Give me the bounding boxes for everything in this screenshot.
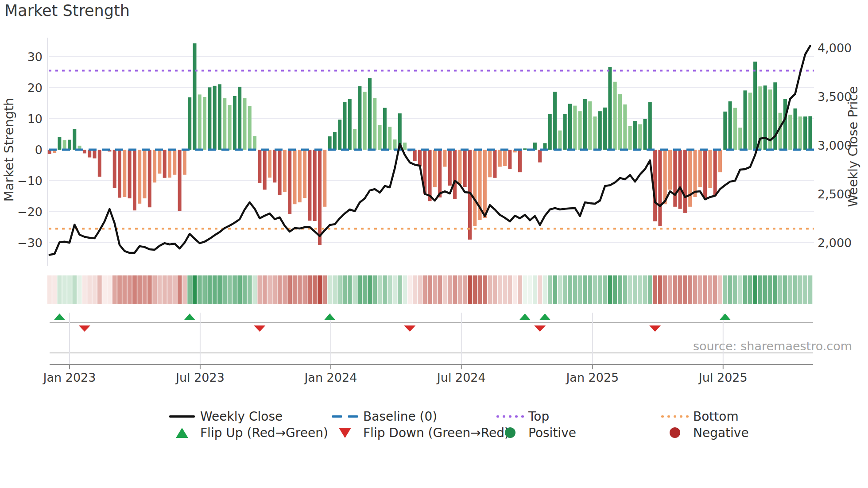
strength-bar [243, 98, 247, 150]
strength-bar [248, 106, 252, 150]
strength-bar [388, 127, 391, 150]
heatmap-cell [638, 275, 642, 304]
heatmap-cell [313, 275, 317, 304]
heatmap-cell [102, 275, 107, 304]
heatmap-cell [688, 275, 692, 304]
heatmap-cell [613, 275, 617, 304]
strength-bar [578, 111, 582, 150]
heatmap-cell [743, 275, 748, 304]
bottom-dotted-icon [657, 415, 693, 418]
strength-bar [773, 82, 777, 150]
legend-item-baseline: Baseline (0) [327, 408, 437, 425]
heatmap-cell [228, 275, 232, 304]
strength-bar [203, 97, 206, 150]
heatmap-cell [658, 275, 663, 304]
strength-bar [218, 84, 221, 150]
strength-bar [643, 119, 647, 150]
strength-bar [133, 150, 136, 210]
strength-bar [718, 150, 722, 172]
heatmap-cell [248, 275, 252, 304]
strength-bar [744, 90, 747, 150]
heatmap-cell [483, 275, 487, 304]
heatmap-cell [97, 275, 102, 304]
right-tick-label: 2,000 [818, 236, 852, 250]
strength-bar [723, 112, 727, 150]
strength-bar [393, 139, 397, 150]
heatmap-cell [243, 275, 247, 304]
strength-bar [678, 150, 682, 209]
strength-bar [523, 148, 527, 150]
heatmap-cell [673, 275, 677, 304]
heatmap-cell [708, 275, 713, 304]
strength-bar [128, 150, 132, 198]
x-tick-label: Jan 2023 [43, 371, 96, 384]
heatmap-cell [393, 275, 397, 304]
legend-item-flip-down: Flip Down (Green→Red) [327, 424, 509, 441]
flip-up-marker [184, 314, 195, 320]
flip-up-marker [54, 314, 65, 320]
strength-bar [738, 128, 742, 150]
legend-item-negative: Negative [657, 424, 749, 441]
left-tick-label: 0 [35, 143, 43, 157]
right-axis-title: Weekly Close Price [845, 86, 860, 207]
strength-bar [403, 143, 407, 150]
heatmap-cell [703, 275, 707, 304]
heatmap-cell [808, 275, 813, 304]
left-axis-title: Market Strength [1, 98, 16, 201]
heatmap-cell [598, 275, 602, 304]
legend-label: Baseline (0) [363, 409, 437, 424]
heatmap-cell [152, 275, 157, 304]
heatmap-cell [258, 275, 262, 304]
heatmap-cell [678, 275, 682, 304]
strength-bar [268, 150, 271, 178]
heatmap-cell [633, 275, 637, 304]
flip-up-marker [519, 314, 531, 320]
heatmap-cell [493, 275, 497, 304]
heatmap-cell [278, 275, 282, 304]
strength-bar [473, 150, 477, 226]
heatmap-cell [578, 275, 582, 304]
strength-bar [88, 150, 91, 158]
strength-bar [178, 150, 182, 211]
heatmap-cell [198, 275, 202, 304]
heatmap-cell [478, 275, 482, 304]
strength-bar [113, 150, 116, 188]
heatmap-cell [128, 275, 132, 304]
right-tick-label: 4,000 [818, 41, 852, 55]
strength-bar [573, 106, 577, 150]
heatmap-cell [163, 275, 167, 304]
heatmap-cell [508, 275, 512, 304]
x-tick-label: Jan 2024 [303, 371, 357, 384]
heatmap-cell [798, 275, 802, 304]
heatmap-cell [232, 275, 237, 304]
heatmap-cell [298, 275, 302, 304]
source-attribution: source: sharemaestro.com [664, 339, 852, 353]
legend-item-flip-up: Flip Up (Red→Green) [164, 424, 328, 441]
heatmap-cell [182, 275, 187, 304]
heatmap-cell [693, 275, 698, 304]
strength-bar [798, 116, 802, 150]
x-tick-label: Jul 2025 [698, 371, 748, 384]
heatmap-cell [272, 275, 277, 304]
heatmap-cell [187, 275, 192, 304]
strength-bar [788, 115, 792, 150]
strength-bar [223, 98, 226, 150]
strength-bar [483, 150, 487, 218]
heatmap-cell [653, 275, 657, 304]
strength-bar [298, 150, 302, 202]
strength-bar [293, 150, 297, 204]
strength-bar [728, 101, 732, 150]
strength-bar [518, 150, 522, 172]
heatmap-cell [548, 275, 552, 304]
strength-bar [683, 150, 687, 213]
heatmap-cell [728, 275, 732, 304]
heatmap-cell [543, 275, 547, 304]
strength-bar [763, 85, 767, 150]
heatmap-cell [147, 275, 152, 304]
heatmap-cell [378, 275, 382, 304]
heatmap-cell [408, 275, 412, 304]
heatmap-cell [333, 275, 337, 304]
heatmap-cell [538, 275, 542, 304]
strength-bar [748, 93, 752, 150]
heatmap-cell [87, 275, 92, 304]
